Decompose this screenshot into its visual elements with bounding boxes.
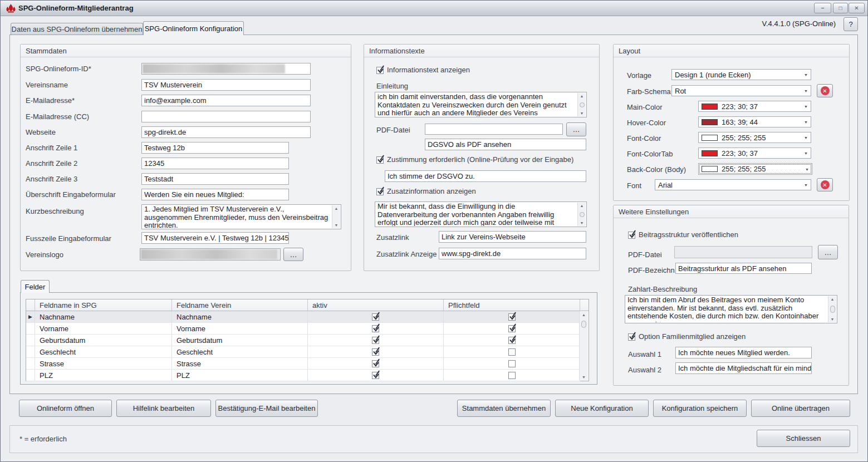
familienmitglied-checkbox[interactable] [628, 333, 635, 341]
konfiguration-speichern-button[interactable]: Konfiguration speichern [653, 400, 747, 417]
cell-feldname-verein[interactable]: PLZ [172, 370, 308, 381]
hover-color-combo[interactable]: 163; 39; 44 ▼ [698, 116, 811, 127]
help-button[interactable]: ? [844, 17, 858, 31]
close-button[interactable]: ✕ [849, 3, 865, 13]
info-pdf-browse-button[interactable]: … [566, 122, 586, 136]
fusszeile-input[interactable]: TSV Musterverein e.V. | Testweg 12b | 12… [141, 232, 289, 244]
pflichtfeld-checkbox[interactable] [508, 360, 516, 367]
aktiv-checkbox[interactable] [372, 360, 379, 367]
spg-id-input[interactable] [141, 63, 311, 75]
column-header-pflichtfeld[interactable]: Pflichtfeld [444, 299, 580, 311]
scroll-down-icon[interactable]: ▼ [580, 221, 584, 225]
email-input[interactable]: info@example.com [141, 95, 311, 106]
aktiv-checkbox[interactable] [372, 313, 379, 321]
zahlart-scrollbar[interactable]: ▲ ▼ [828, 296, 836, 322]
scroll-up-icon[interactable]: ▲ [335, 207, 339, 210]
scroll-up-icon[interactable]: ▲ [580, 94, 584, 98]
table-row[interactable]: ▶ Nachname Nachname [26, 311, 589, 323]
font-delete-button[interactable]: ✕ [817, 178, 833, 191]
scroll-thumb[interactable] [581, 321, 586, 328]
schliessen-button[interactable]: Schliessen [757, 430, 850, 447]
weitere-pdf-field[interactable] [674, 246, 812, 258]
cell-feldname-spg[interactable]: Vorname [35, 323, 172, 335]
info-pdf-input[interactable] [425, 124, 563, 135]
scroll-down-icon[interactable]: ▼ [831, 317, 835, 321]
zustimmung-erforderlich-checkbox[interactable] [376, 156, 384, 164]
column-header-aktiv[interactable]: aktiv [308, 299, 444, 311]
scroll-down-icon[interactable]: ▼ [582, 375, 586, 379]
pdf-bezeichn-input[interactable]: Beitragssturktur als PDF ansehen [675, 263, 812, 274]
pflichtfeld-checkbox[interactable] [508, 372, 516, 379]
main-color-combo[interactable]: 223; 30; 37 ▼ [698, 101, 811, 112]
cell-feldname-verein[interactable]: Nachname [172, 311, 308, 323]
zusatzinformation-scrollbar[interactable]: ▲ ▼ [577, 203, 586, 226]
informationstext-anzeigen-checkbox[interactable] [376, 67, 384, 74]
zusatzlink-anzeige-input[interactable]: www.spg-direkt.de [439, 248, 586, 259]
subtab-felder[interactable]: Felder [21, 280, 50, 293]
kurzbeschreibung-textarea[interactable]: 1. Jedes Mitglied im TSV Musterverein e.… [141, 204, 341, 229]
aktiv-checkbox[interactable] [372, 325, 379, 332]
table-row[interactable]: Vorname Vorname [26, 323, 589, 335]
neue-konfiguration-button[interactable]: Neue Konfiguration [555, 400, 649, 417]
vereinslogo-field[interactable] [140, 248, 281, 261]
zusatzlink-input[interactable]: Link zur Vereins-Webseite [439, 231, 586, 243]
cell-feldname-verein[interactable]: Geschlecht [172, 346, 308, 358]
scroll-up-icon[interactable]: ▲ [831, 297, 835, 301]
zusatzinformation-anzeigen-checkbox[interactable] [376, 188, 384, 195]
table-row[interactable]: PLZ PLZ [26, 370, 589, 381]
font-combo[interactable]: Arial ▼ [655, 179, 811, 190]
onlineform-oeffnen-button[interactable]: Onlineform öffnen [19, 400, 112, 417]
cell-feldname-verein[interactable]: Vorname [172, 323, 308, 335]
online-uebertragen-button[interactable]: Online übertragen [751, 400, 850, 417]
maximize-button[interactable]: □ [833, 3, 848, 13]
einleitung-textarea[interactable]: ich bin damit einverstanden, dass die vo… [375, 92, 587, 117]
hilfelink-bearbeiten-button[interactable]: Hilfelink bearbeiten [116, 400, 211, 417]
anschrift3-input[interactable]: Teststadt [141, 173, 289, 185]
tab-daten-uebernehmen[interactable]: Daten aus SPG-Onlineform übernehmen [11, 23, 143, 35]
minimize-button[interactable]: – [814, 3, 831, 13]
aktiv-checkbox[interactable] [372, 337, 379, 344]
cell-feldname-spg[interactable]: PLZ [35, 370, 172, 381]
scroll-down-icon[interactable]: ▼ [335, 223, 339, 227]
webseite-input[interactable]: spg-direkt.de [141, 126, 311, 138]
email-cc-input[interactable] [141, 111, 311, 122]
pflichtfeld-checkbox[interactable] [508, 325, 516, 332]
font-colortab-combo[interactable]: 223; 30; 37 ▼ [698, 148, 811, 159]
anschrift1-input[interactable]: Testweg 12b [141, 142, 289, 154]
pflichtfeld-checkbox[interactable] [508, 348, 516, 356]
back-color-combo[interactable]: 255; 255; 255 ▼ [698, 163, 812, 175]
table-row[interactable]: Geburtsdatum Geburtsdatum [26, 335, 589, 346]
cell-feldname-spg[interactable]: Geburtsdatum [35, 335, 172, 346]
weitere-pdf-browse-button[interactable]: … [818, 245, 838, 259]
zustimmung-text-input[interactable]: Ich stimme der DSGVO zu. [385, 170, 586, 182]
vorlage-combo[interactable]: Design 1 (runde Ecken) ▼ [671, 69, 811, 80]
cell-feldname-verein[interactable]: Geburtsdatum [172, 335, 308, 346]
stammdaten-uebernehmen-button[interactable]: Stammdaten übernehmen [457, 400, 551, 417]
pdf-anzeige-input[interactable]: DGSVO als PDF ansehen [425, 139, 586, 150]
aktiv-checkbox[interactable] [372, 372, 379, 379]
cell-feldname-spg[interactable]: Strasse [35, 358, 172, 370]
auswahl2-input[interactable]: Ich möchte die Mitgliedschaft für ein mi… [675, 362, 812, 374]
scroll-thumb[interactable] [580, 212, 585, 217]
scroll-up-icon[interactable]: ▲ [580, 204, 584, 208]
scroll-up-icon[interactable]: ▲ [582, 313, 586, 317]
anschrift2-input[interactable]: 12345 [141, 158, 289, 169]
scroll-thumb[interactable] [580, 102, 585, 107]
ueberschrift-input[interactable]: Werden Sie ein neues Mitglied: [141, 189, 289, 200]
aktiv-checkbox[interactable] [372, 348, 379, 356]
vereinslogo-browse-button[interactable]: … [283, 248, 303, 261]
kurzbeschreibung-scrollbar[interactable]: ▲ ▼ [332, 205, 340, 228]
column-header-feldname-spg[interactable]: Feldname in SPG [35, 299, 172, 311]
zusatzinformation-textarea[interactable]: Mir ist bekannt, dass die Einwilligung i… [375, 201, 587, 227]
column-header-feldname-verein[interactable]: Feldname Verein [172, 299, 308, 311]
pflichtfeld-checkbox[interactable] [508, 337, 516, 344]
zahlart-textarea[interactable]: Ich bin mit dem Abruf des Beitrages von … [625, 295, 837, 323]
farbschema-delete-button[interactable]: ✕ [817, 84, 833, 97]
table-row[interactable]: Geschlecht Geschlecht [26, 346, 589, 358]
scroll-down-icon[interactable]: ▼ [580, 111, 584, 115]
vereinsname-input[interactable]: TSV Musterverein [141, 79, 311, 91]
scroll-thumb[interactable] [830, 306, 835, 313]
farbschema-combo[interactable]: Rot ▼ [671, 85, 811, 96]
table-scrollbar[interactable]: ▲ ▼ [579, 312, 588, 380]
auswahl1-input[interactable]: Ich möchte neues Mitglied werden. [675, 347, 812, 358]
